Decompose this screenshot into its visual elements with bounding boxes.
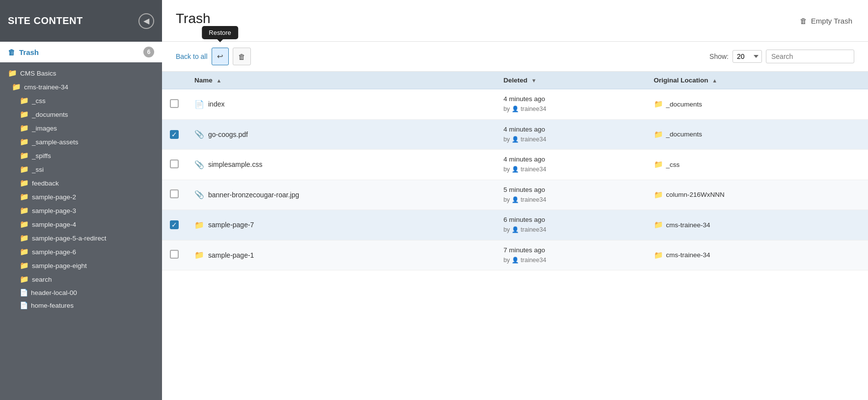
row-location-cell: 📁_documents <box>646 119 868 150</box>
tree-item-label: _ssi <box>32 166 44 173</box>
collapse-sidebar-button[interactable]: ◀ <box>138 13 154 29</box>
trash-item[interactable]: 🗑 Trash 6 <box>0 42 162 62</box>
tree-item-label: _sample-assets <box>32 138 79 146</box>
row-deleted-cell: 6 minutes agoby 👤 trainee34 <box>495 210 646 240</box>
sidebar-tree-item[interactable]: 📁_images <box>0 121 162 135</box>
sidebar-tree-item[interactable]: 📁CMS Basics <box>0 66 162 80</box>
tree-item-label: sample-page-4 <box>32 221 76 228</box>
row-name: go-coogs.pdf <box>208 131 248 138</box>
trash-label: Trash <box>19 48 39 56</box>
folder-icon: 📁 <box>194 220 204 230</box>
folder-icon: 📁 <box>20 137 29 146</box>
row-location: _documents <box>666 101 703 108</box>
row-location-cell: 📁_documents <box>646 89 868 120</box>
sidebar-tree-item[interactable]: 📁_sample-assets <box>0 135 162 149</box>
sidebar-tree-item[interactable]: 📁sample-page-3 <box>0 204 162 217</box>
trash-table: Name ▲ Deleted ▼ Original Location ▲ 📄in… <box>162 72 868 270</box>
sidebar-tree: 📁CMS Basics📁cms-trainee-34📁_css📁_documen… <box>0 62 162 400</box>
tree-item-label: cms-trainee-34 <box>24 83 68 91</box>
empty-trash-label: Empty Trash <box>811 17 852 25</box>
folder-icon: 📁 <box>20 234 29 242</box>
row-location: _css <box>666 161 680 168</box>
row-location: cms-trainee-34 <box>666 221 710 229</box>
sidebar-tree-item[interactable]: 📁_spiffs <box>0 149 162 162</box>
row-checkbox[interactable] <box>170 189 179 198</box>
sidebar-tree-item[interactable]: 📁sample-page-4 <box>0 217 162 231</box>
sidebar-tree-item[interactable]: 📁_css <box>0 94 162 107</box>
row-checkbox[interactable] <box>170 99 179 108</box>
table-row: 📄index4 minutes agoby 👤 trainee34📁_docum… <box>162 89 868 120</box>
row-checkbox-cell <box>162 150 187 180</box>
col-location[interactable]: Original Location ▲ <box>646 72 868 89</box>
table-row: 📎banner-bronzecougar-roar.jpg5 minutes a… <box>162 180 868 210</box>
row-checkbox-cell <box>162 89 187 120</box>
search-input[interactable] <box>766 50 854 63</box>
sidebar-tree-item[interactable]: 📄home-features <box>0 299 162 312</box>
file-icon: 📎 <box>194 130 204 139</box>
row-checkbox-cell: ✓ <box>162 210 187 240</box>
show-row: Show: 102050100 <box>709 50 854 63</box>
row-checkbox[interactable] <box>170 160 179 168</box>
table-row: 📎simplesample.css4 minutes agoby 👤 train… <box>162 150 868 180</box>
table-body: 📄index4 minutes agoby 👤 trainee34📁_docum… <box>162 89 868 270</box>
folder-icon: 📁 <box>194 250 204 260</box>
tree-item-label: home-features <box>31 302 74 309</box>
row-location-cell: 📁cms-trainee-34 <box>646 240 868 270</box>
sidebar-tree-item[interactable]: 📁sample-page-2 <box>0 190 162 204</box>
sidebar-tree-item[interactable]: 📄header-local-00 <box>0 286 162 299</box>
sidebar-tree-item[interactable]: 📁sample-page-6 <box>0 245 162 259</box>
trash-badge: 6 <box>143 47 154 57</box>
row-checkbox[interactable] <box>170 250 179 259</box>
restore-button-wrapper: Restore ↩ <box>212 48 229 65</box>
row-deleted-cell: 5 minutes agoby 👤 trainee34 <box>495 180 646 210</box>
tree-item-label: _images <box>32 125 57 132</box>
row-name-cell: 📄index <box>187 89 495 120</box>
folder-icon: 📁 <box>8 69 17 78</box>
row-location: column-216WxNNN <box>666 191 725 198</box>
folder-icon: 📁 <box>20 151 29 160</box>
empty-trash-button[interactable]: 🗑 Empty Trash <box>798 13 854 29</box>
sidebar-tree-item[interactable]: 📁feedback <box>0 176 162 190</box>
folder-icon: 📁 <box>20 179 29 187</box>
table-row: 📁sample-page-17 minutes agoby 👤 trainee3… <box>162 240 868 270</box>
row-name-cell: 📁sample-page-1 <box>187 240 495 270</box>
folder-icon: 📁 <box>20 261 29 270</box>
folder-icon: 📁 <box>20 192 29 201</box>
row-location: cms-trainee-34 <box>666 251 710 259</box>
tree-item-label: sample-page-2 <box>32 193 76 201</box>
row-name: index <box>208 100 224 108</box>
sidebar-tree-item[interactable]: 📁sample-page-eight <box>0 259 162 272</box>
row-location-cell: 📁column-216WxNNN <box>646 180 868 210</box>
sidebar-header: SITE CONTENT ◀ <box>0 0 162 42</box>
row-checkbox[interactable]: ✓ <box>170 130 179 139</box>
table-row: ✓📎go-coogs.pdf4 minutes agoby 👤 trainee3… <box>162 119 868 150</box>
restore-button[interactable]: ↩ <box>212 48 229 65</box>
row-name: sample-page-7 <box>208 221 254 229</box>
show-select[interactable]: 102050100 <box>732 50 762 63</box>
row-location: _documents <box>666 131 703 138</box>
sidebar-tree-item[interactable]: 📁_documents <box>0 107 162 121</box>
back-to-all-link[interactable]: Back to all <box>176 53 208 60</box>
sidebar-tree-item[interactable]: 📁sample-page-5-a-redirect <box>0 231 162 245</box>
row-checkbox-cell <box>162 240 187 270</box>
col-deleted[interactable]: Deleted ▼ <box>495 72 646 89</box>
location-folder-icon: 📁 <box>654 190 663 199</box>
main-header: Trash 🗑 Empty Trash <box>162 0 868 42</box>
row-name: banner-bronzecougar-roar.jpg <box>208 191 299 199</box>
sidebar-tree-item[interactable]: 📁cms-trainee-34 <box>0 80 162 94</box>
folder-icon: 📁 <box>20 206 29 215</box>
col-name[interactable]: Name ▲ <box>187 72 495 89</box>
file-icon: 📎 <box>194 190 204 199</box>
row-deleted-cell: 4 minutes agoby 👤 trainee34 <box>495 89 646 120</box>
tree-item-label: sample-page-eight <box>32 262 87 269</box>
sidebar-tree-item[interactable]: 📁search <box>0 272 162 286</box>
col-check <box>162 72 187 89</box>
show-label: Show: <box>709 53 729 60</box>
row-checkbox[interactable]: ✓ <box>170 220 179 229</box>
tree-item-label: _spiffs <box>32 152 51 160</box>
row-deleted-cell: 4 minutes agoby 👤 trainee34 <box>495 119 646 150</box>
row-name: simplesample.css <box>208 160 262 168</box>
delete-button[interactable]: 🗑 <box>233 48 251 65</box>
sidebar-tree-item[interactable]: 📁_ssi <box>0 162 162 176</box>
tree-item-label: sample-page-3 <box>32 207 76 214</box>
